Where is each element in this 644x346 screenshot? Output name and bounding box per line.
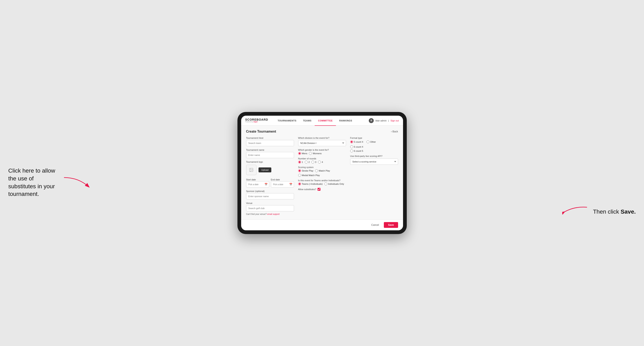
- format-row-1: 5 count 4 Other: [350, 140, 398, 143]
- format-label: Format type: [350, 137, 398, 139]
- individuals-only[interactable]: Individuals Only: [324, 182, 344, 185]
- division-group: Which division is the event for? NCAA Di…: [298, 137, 346, 146]
- substitutes-group: Allow substitutes?: [298, 188, 346, 191]
- arrow-right: [562, 204, 589, 214]
- gender-womens[interactable]: Womens: [309, 152, 322, 155]
- rounds-3[interactable]: 3: [311, 161, 316, 164]
- gender-mens[interactable]: Mens: [298, 152, 308, 155]
- gender-label: Which gender is the event for?: [298, 149, 346, 151]
- nav-rankings[interactable]: RANKINGS: [336, 116, 356, 126]
- page-title: Create Tournament: [246, 130, 276, 133]
- tournament-host-group: Tournament Host: [246, 137, 294, 146]
- api-label: Use third-party live scoring API?: [350, 155, 398, 157]
- tournament-logo-group: Tournament logo Upload: [246, 161, 294, 175]
- tournament-host-select-wrapper: [246, 140, 294, 146]
- api-group: Use third-party live scoring API? Select…: [350, 155, 398, 165]
- api-select[interactable]: Select a scoring service Golfgenius Golf…: [350, 159, 398, 165]
- end-date-label: End date: [271, 178, 280, 181]
- rounds-group: Number of rounds 1 2: [298, 157, 346, 164]
- rounds-2[interactable]: 2: [305, 161, 310, 164]
- nav-links: TOURNAMENTS TEAMS COMMITTEE RANKINGS: [274, 116, 369, 126]
- division-select[interactable]: NCAA Division I NCAA Division II NCAA Di…: [298, 140, 346, 146]
- rounds-1[interactable]: 1: [298, 161, 303, 164]
- nav-tournaments[interactable]: TOURNAMENTS: [274, 116, 300, 126]
- annotation-right: Then click Save.: [593, 208, 636, 216]
- page-header: Create Tournament ‹ Back: [246, 130, 398, 133]
- tablet-screen: SCOREBOARD Powered by clippd TOURNAMENTS…: [241, 116, 403, 230]
- venue-select-wrapper: [246, 205, 294, 211]
- venue-group: Venue Can't find your venue? email suppo…: [246, 202, 294, 215]
- scoring-radio-group: Stroke Play Match Play Medal Match Play: [298, 169, 346, 177]
- cancel-button[interactable]: Cancel: [369, 222, 381, 228]
- annotation-left: Click here to allow the use of substitut…: [8, 167, 62, 198]
- teams-group: Is this event for Teams and/or Individua…: [298, 179, 346, 185]
- nav-bar: SCOREBOARD Powered by clippd TOURNAMENTS…: [241, 116, 403, 126]
- substitutes-checkbox[interactable]: [318, 188, 320, 191]
- format-group: Format type 5 count 4 Other: [350, 137, 398, 152]
- avatar: B: [369, 118, 374, 123]
- gender-radio-group: Mens Womens: [298, 152, 346, 155]
- sponsor-group: Sponsor (optional): [246, 190, 294, 199]
- content-area: Create Tournament ‹ Back Tournament Host: [241, 126, 403, 219]
- gender-group: Which gender is the event for? Mens Wome…: [298, 149, 346, 155]
- sponsor-label: Sponsor (optional): [246, 190, 294, 192]
- division-select-wrapper: NCAA Division I NCAA Division II NCAA Di…: [298, 140, 346, 146]
- division-label: Which division is the event for?: [298, 137, 346, 139]
- tournament-host-label: Tournament Host: [246, 137, 294, 139]
- calendar-icon: 📅: [264, 183, 268, 186]
- scoring-group: Scoring system Stroke Play Match Play: [298, 166, 346, 177]
- scoring-label: Scoring system: [298, 166, 346, 169]
- nav-user: B blair admin | Sign out: [369, 118, 399, 123]
- back-link[interactable]: ‹ Back: [391, 130, 398, 133]
- scoring-match[interactable]: Match Play: [315, 169, 330, 172]
- format-5count4[interactable]: 5 count 4: [350, 140, 363, 143]
- tournament-host-input[interactable]: [246, 140, 294, 146]
- tournament-logo-label: Tournament logo: [246, 161, 294, 163]
- start-date-wrapper: 📅: [246, 181, 269, 187]
- tournament-name-label: Tournament name: [246, 149, 294, 151]
- rounds-radio-group: 1 2 3: [298, 161, 346, 164]
- logo-upload-area: Upload: [246, 165, 294, 175]
- teams-label: Is this event for Teams and/or Individua…: [298, 179, 346, 182]
- page-wrapper: Click here to allow the use of substitut…: [8, 112, 636, 234]
- form-col-3: Format type 5 count 4 Other: [350, 137, 398, 215]
- format-6count4[interactable]: 6 count 4: [350, 145, 398, 148]
- logo-placeholder: [246, 165, 256, 175]
- email-support-link[interactable]: email support: [267, 213, 280, 215]
- teams-plus-individuals[interactable]: Teams (+Individuals): [298, 182, 323, 185]
- format-stack: 6 count 4 6 count 5: [350, 145, 398, 152]
- form-footer: Cancel Save: [241, 219, 403, 230]
- venue-input[interactable]: [246, 205, 294, 211]
- format-other[interactable]: Other: [366, 140, 376, 143]
- rounds-label: Number of rounds: [298, 157, 346, 160]
- end-date-group: End date 📅: [271, 177, 294, 187]
- venue-help: Can't find your venue? email support: [246, 213, 294, 215]
- nav-teams[interactable]: TEAMS: [300, 116, 315, 126]
- date-group: Start date 📅 End date: [246, 177, 294, 187]
- substitutes-label: Allow substitutes?: [298, 188, 316, 190]
- nav-committee[interactable]: COMMITTEE: [315, 116, 336, 126]
- teams-radio-group: Teams (+Individuals) Individuals Only: [298, 182, 346, 185]
- nav-separator: |: [388, 119, 389, 122]
- tablet-frame: SCOREBOARD Powered by clippd TOURNAMENTS…: [238, 112, 407, 234]
- scoring-stroke[interactable]: Stroke Play: [298, 169, 314, 172]
- upload-button[interactable]: Upload: [258, 168, 272, 173]
- logo: SCOREBOARD Powered by clippd: [245, 118, 268, 123]
- format-6count5[interactable]: 6 count 5: [350, 150, 398, 152]
- venue-label: Venue: [246, 202, 294, 204]
- calendar-icon-end: 📅: [289, 183, 292, 186]
- substitutes-checkbox-item: Allow substitutes?: [298, 188, 346, 191]
- svg-point-3: [250, 169, 251, 170]
- tournament-name-input[interactable]: [246, 152, 294, 158]
- tournament-name-group: Tournament name: [246, 149, 294, 158]
- date-row: Start date 📅 End date: [246, 177, 294, 187]
- arrow-left: [62, 175, 91, 190]
- sponsor-input[interactable]: [246, 193, 294, 199]
- rounds-4[interactable]: 4: [318, 161, 323, 164]
- scoring-medal[interactable]: Medal Match Play: [298, 174, 320, 177]
- api-select-wrapper: Select a scoring service Golfgenius Golf…: [350, 159, 398, 165]
- sign-out-link[interactable]: Sign out: [390, 119, 399, 122]
- form-grid: Tournament Host Tournament name Tourname…: [246, 137, 398, 215]
- end-date-wrapper: 📅: [271, 181, 294, 187]
- save-button[interactable]: Save: [384, 222, 398, 228]
